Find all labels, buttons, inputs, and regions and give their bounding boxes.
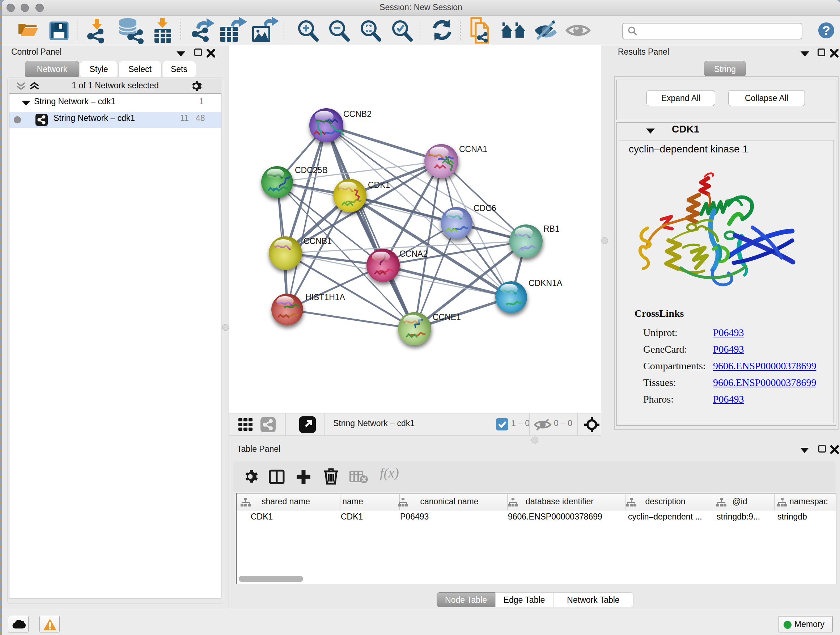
svg-text:CCNA2: CCNA2	[399, 249, 428, 258]
svg-text:HIST1H1A: HIST1H1A	[305, 293, 346, 302]
svg-text:CDC25B: CDC25B	[295, 165, 328, 175]
svg-text:CCNE1: CCNE1	[433, 312, 461, 322]
svg-text:RB1: RB1	[543, 224, 560, 233]
svg-text:CDKN1A: CDKN1A	[529, 279, 562, 288]
svg-text:CCNB2: CCNB2	[343, 109, 371, 119]
svg-text:CCNA1: CCNA1	[459, 144, 487, 154]
svg-text:CDK1: CDK1	[368, 180, 390, 190]
svg-text:CCNB1: CCNB1	[303, 236, 332, 246]
svg-text:?: ?	[822, 23, 830, 37]
svg-text:CDC6: CDC6	[474, 203, 496, 213]
